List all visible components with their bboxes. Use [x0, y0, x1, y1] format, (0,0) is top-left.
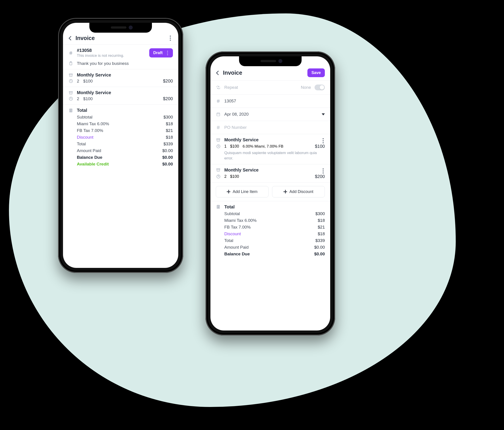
balance-value: $0.00: [314, 252, 325, 256]
archive-icon: [216, 168, 221, 172]
hash-icon: [216, 99, 221, 103]
save-button[interactable]: Save: [307, 68, 325, 77]
svg-rect-13: [217, 139, 220, 139]
archive-icon: [68, 91, 73, 95]
back-icon[interactable]: [216, 71, 220, 75]
repeat-toggle[interactable]: [315, 84, 325, 90]
line-item[interactable]: Monthly Service 2 $100 $200: [210, 164, 330, 182]
svg-rect-5: [70, 109, 72, 110]
tax2-value: $21: [166, 128, 173, 133]
clock-icon: [69, 97, 73, 101]
back-icon[interactable]: [69, 36, 73, 40]
svg-point-17: [218, 207, 218, 207]
total-label: Total: [224, 238, 233, 243]
item-name: Monthly Service: [224, 168, 325, 173]
balance-label: Balance Due: [224, 252, 250, 256]
status-label: Draft: [153, 51, 163, 55]
totals-heading-row: Total: [63, 105, 178, 113]
credit-label: Available Credit: [77, 162, 109, 167]
item-more-icon[interactable]: [320, 168, 326, 174]
tax2-value: $21: [318, 225, 325, 230]
add-discount-label: Add Discount: [289, 189, 313, 194]
totals-heading: Total: [77, 108, 173, 113]
item-price: $100: [83, 79, 93, 84]
repeat-label: Repeat: [224, 85, 297, 90]
svg-point-20: [218, 207, 218, 208]
svg-point-7: [71, 111, 71, 111]
line-item: Monthly Service: [63, 69, 178, 78]
item-description: Quisquam modi sapiente voluptatem velit …: [216, 150, 325, 161]
more-icon[interactable]: [168, 36, 173, 41]
tax1-label: Miami Tax 6.00%: [77, 122, 109, 126]
svg-point-9: [70, 111, 71, 112]
total-value: $339: [315, 238, 325, 243]
clock-icon: [216, 144, 220, 148]
item-price: $100: [83, 96, 93, 101]
tax1-label: Miami Tax 6.00%: [224, 218, 256, 223]
svg-point-6: [70, 111, 71, 111]
item-amount: $100: [315, 144, 325, 149]
totals-grid: Subtotal$300 Miami Tax 6.00%$18 FB Tax 7…: [210, 210, 330, 262]
add-line-item-button[interactable]: Add Line Item: [216, 186, 269, 197]
add-buttons-row: Add Line Item Add Discount: [210, 182, 330, 201]
plus-icon: [227, 190, 230, 193]
discount-value: $18: [318, 231, 325, 236]
archive-icon: [68, 73, 73, 77]
item-more-icon[interactable]: [320, 138, 326, 143]
discount-label[interactable]: Discount: [77, 135, 93, 140]
subtotal-label: Subtotal: [224, 211, 240, 216]
item-price: $100: [230, 144, 239, 149]
svg-point-21: [218, 207, 218, 208]
calculator-icon: [216, 205, 221, 209]
tax1-value: $18: [166, 122, 173, 126]
device-notch: [239, 56, 302, 66]
page-title: Invoice: [223, 70, 304, 76]
item-amount: $200: [315, 174, 325, 179]
add-discount-button[interactable]: Add Discount: [272, 186, 325, 197]
invoice-header-row: #13058 This invoice is not recurring. Dr…: [63, 45, 178, 61]
item-name: Monthly Service: [77, 90, 173, 95]
invoice-recurring-note: This invoice is not recurring.: [77, 53, 146, 58]
device-notch: [89, 23, 152, 33]
svg-point-22: [219, 207, 219, 208]
clipboard-icon: [68, 61, 73, 66]
line-item[interactable]: Monthly Service 1 $100 6.00% Miami, 7.00…: [210, 134, 330, 164]
discount-value: $18: [166, 135, 173, 140]
page-title: Invoice: [75, 35, 164, 41]
svg-point-19: [219, 207, 219, 207]
subtotal-value: $300: [315, 211, 325, 216]
item-name: Monthly Service: [77, 73, 173, 78]
repeat-row[interactable]: Repeat None: [210, 81, 330, 94]
line-item: Monthly Service: [63, 87, 178, 96]
item-qty: 2: [77, 96, 79, 101]
svg-rect-16: [218, 206, 219, 206]
hash-icon: [216, 125, 221, 130]
item-qty: 2: [224, 174, 226, 179]
paid-value: $0.00: [162, 148, 173, 153]
clock-icon: [216, 175, 220, 178]
totals-heading: Total: [224, 204, 325, 210]
item-name: Monthly Service: [224, 137, 325, 142]
svg-rect-12: [217, 113, 220, 116]
invoice-number-row[interactable]: 13057: [210, 94, 330, 108]
tax2-label: FB Tax 7.00%: [224, 225, 251, 230]
invoice-number: #13058: [77, 48, 146, 53]
status-draft-button[interactable]: Draft: [149, 48, 173, 57]
svg-point-18: [218, 207, 218, 207]
repeat-icon: [216, 85, 221, 90]
invoice-date-row[interactable]: Apr 08, 2020: [210, 108, 330, 121]
subtotal-value: $300: [163, 115, 173, 120]
chevron-down-icon: [322, 113, 325, 115]
phone-left: Invoice #13058 This invoice is not recur…: [58, 18, 183, 273]
item-tax-summary: 6.00% Miami, 7.00% FB: [243, 144, 283, 149]
svg-rect-3: [69, 92, 72, 92]
discount-label[interactable]: Discount: [224, 231, 241, 236]
svg-point-8: [71, 111, 72, 111]
paid-value: $0.00: [314, 245, 325, 250]
po-number-row[interactable]: PO Number: [210, 121, 330, 134]
credit-value: $0.00: [162, 162, 173, 167]
totals-grid: Subtotal$300 Miami Tax 6.00%$18 FB Tax 7…: [63, 113, 178, 171]
item-amount: $200: [163, 96, 173, 101]
item-amount: $200: [163, 78, 173, 84]
hash-icon: [68, 51, 73, 55]
